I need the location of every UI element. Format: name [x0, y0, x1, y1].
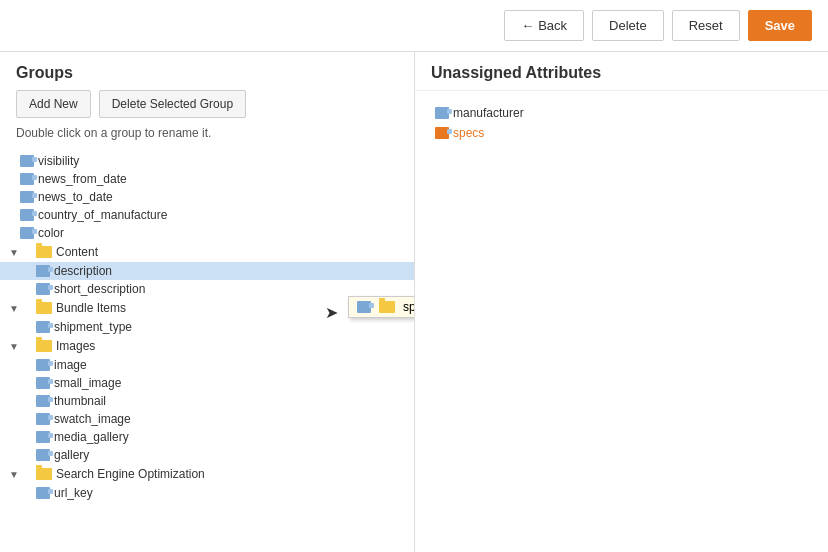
item-label: thumbnail — [54, 394, 106, 408]
folder-icon — [36, 302, 52, 314]
folder-icon — [36, 468, 52, 480]
list-item[interactable]: small_image — [0, 374, 414, 392]
group-label: Images — [56, 339, 95, 353]
item-icon — [36, 431, 50, 443]
list-item[interactable]: thumbnail — [0, 392, 414, 410]
list-item[interactable]: swatch_image — [0, 410, 414, 428]
group-item-seo[interactable]: ▼ Search Engine Optimization — [0, 464, 414, 484]
item-label: media_gallery — [54, 430, 129, 444]
unassigned-item[interactable]: manufacturer — [431, 103, 812, 123]
item-label: country_of_manufacture — [38, 208, 167, 222]
list-item[interactable]: country_of_manufacture — [0, 206, 414, 224]
unassigned-item-label: manufacturer — [453, 106, 524, 120]
item-label: short_description — [54, 282, 145, 296]
item-label: small_image — [54, 376, 121, 390]
item-icon — [20, 173, 34, 185]
group-label: Bundle Items — [56, 301, 126, 315]
rename-hint: Double click on a group to rename it. — [0, 126, 414, 148]
unassigned-title: Unassigned Attributes — [415, 52, 828, 91]
item-icon — [36, 265, 50, 277]
item-label: swatch_image — [54, 412, 131, 426]
unassigned-panel: Unassigned Attributes manufacturer specs — [415, 52, 828, 552]
groups-title: Groups — [0, 52, 414, 90]
item-icon — [36, 283, 50, 295]
group-expand-icon — [22, 246, 34, 258]
item-icon — [36, 321, 50, 333]
item-icon — [36, 413, 50, 425]
item-icon — [36, 377, 50, 389]
group-item-images[interactable]: ▼ Images — [0, 336, 414, 356]
main-container: Groups Add New Delete Selected Group Dou… — [0, 52, 828, 552]
folder-icon — [36, 340, 52, 352]
item-icon — [36, 359, 50, 371]
unassigned-item-specs[interactable]: specs — [431, 123, 812, 143]
item-label: news_to_date — [38, 190, 113, 204]
drag-tooltip-label: specs — [403, 300, 414, 314]
expand-icon — [22, 468, 34, 480]
expand-icon — [22, 340, 34, 352]
save-button[interactable]: Save — [748, 10, 812, 41]
item-label: color — [38, 226, 64, 240]
item-label: description — [54, 264, 112, 278]
item-icon — [20, 209, 34, 221]
group-label: Content — [56, 245, 98, 259]
item-label: gallery — [54, 448, 89, 462]
item-label: shipment_type — [54, 320, 132, 334]
item-label: image — [54, 358, 87, 372]
item-icon — [20, 191, 34, 203]
unassigned-list: manufacturer specs — [415, 91, 828, 552]
delete-selected-button[interactable]: Delete Selected Group — [99, 90, 246, 118]
collapse-icon: ▼ — [8, 340, 20, 352]
toolbar: ← Back Delete Reset Save — [0, 0, 828, 52]
panel-actions: Add New Delete Selected Group — [0, 90, 414, 126]
list-item[interactable]: url_key — [0, 484, 414, 502]
list-item[interactable]: media_gallery — [0, 428, 414, 446]
list-item[interactable]: news_to_date — [0, 188, 414, 206]
item-icon — [435, 107, 449, 119]
item-icon — [435, 127, 449, 139]
item-icon — [36, 449, 50, 461]
drag-folder-icon — [379, 301, 395, 313]
back-arrow-icon: ← — [521, 18, 534, 33]
list-item[interactable]: image — [0, 356, 414, 374]
folder-icon — [36, 246, 52, 258]
list-item[interactable]: gallery — [0, 446, 414, 464]
unassigned-item-label: specs — [453, 126, 484, 140]
back-button[interactable]: ← Back — [504, 10, 584, 41]
collapse-icon: ▼ — [8, 246, 20, 258]
collapse-icon: ▼ — [8, 302, 20, 314]
item-label: url_key — [54, 486, 93, 500]
item-label: visibility — [38, 154, 79, 168]
add-new-button[interactable]: Add New — [16, 90, 91, 118]
delete-button[interactable]: Delete — [592, 10, 664, 41]
drag-item-icon — [357, 301, 371, 313]
list-item[interactable]: visibility — [0, 152, 414, 170]
item-icon — [20, 227, 34, 239]
group-item-content[interactable]: ▼ Content — [0, 242, 414, 262]
reset-button[interactable]: Reset — [672, 10, 740, 41]
item-label: news_from_date — [38, 172, 127, 186]
list-item[interactable]: color — [0, 224, 414, 242]
list-item[interactable]: news_from_date — [0, 170, 414, 188]
groups-panel: Groups Add New Delete Selected Group Dou… — [0, 52, 415, 552]
expand-icon — [22, 302, 34, 314]
back-label: Back — [538, 18, 567, 33]
list-item[interactable]: description — [0, 262, 414, 280]
drag-tooltip: specs — [348, 296, 414, 318]
item-icon — [36, 395, 50, 407]
item-icon — [36, 487, 50, 499]
collapse-icon: ▼ — [8, 468, 20, 480]
list-item[interactable]: shipment_type — [0, 318, 414, 336]
tree-container[interactable]: visibility news_from_date news_to_date c… — [0, 148, 414, 552]
group-label: Search Engine Optimization — [56, 467, 205, 481]
item-icon — [20, 155, 34, 167]
